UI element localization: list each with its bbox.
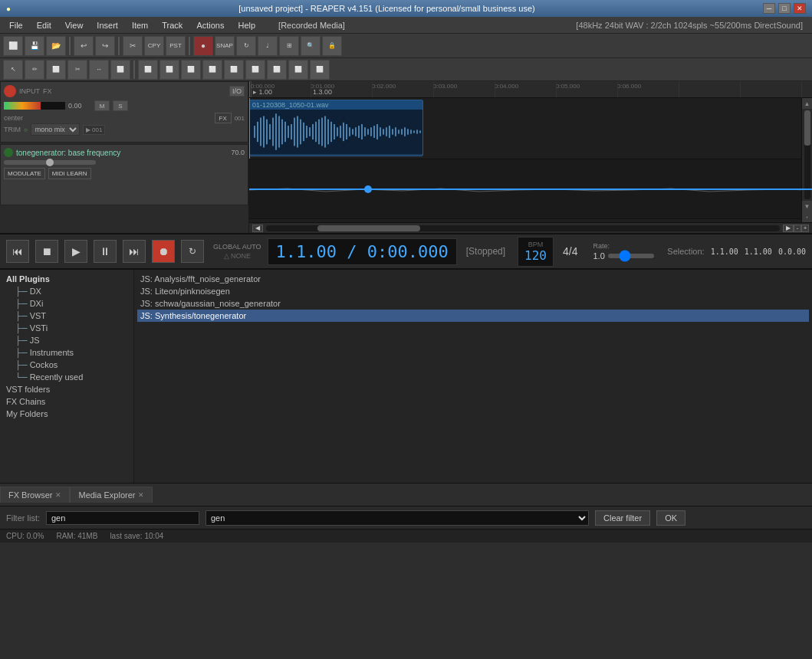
toolbar-btn-record-arm[interactable]: ● xyxy=(193,36,213,56)
toolbar-btn-undo[interactable]: ↩ xyxy=(74,36,94,56)
horizontal-scrollbar[interactable]: ◀ ▶ - + xyxy=(249,222,812,233)
track2-frequency-slider[interactable] xyxy=(4,160,96,165)
toolbar-btn-save[interactable]: 💾 xyxy=(25,36,44,56)
audio-clip-1[interactable]: 01-120308_1050-01.wav xyxy=(249,100,423,156)
toolbar2-btn-12[interactable]: ⬜ xyxy=(267,60,287,80)
transport-stop[interactable]: ⏹ xyxy=(35,240,58,263)
menu-actions[interactable]: Actions xyxy=(190,19,230,31)
toolbar-btn-open[interactable]: 📂 xyxy=(46,36,66,56)
menu-insert[interactable]: Insert xyxy=(90,19,124,31)
tab-media-explorer[interactable]: Media Explorer ✕ xyxy=(70,487,153,503)
vscroll-thumb[interactable] xyxy=(804,110,810,146)
maximize-button[interactable]: □ xyxy=(778,3,791,14)
toolbar2-btn-stretch[interactable]: ↔ xyxy=(89,60,109,80)
hscroll-left-button[interactable]: ◀ xyxy=(252,225,263,232)
toolbar-btn-snap[interactable]: SNAP xyxy=(215,36,235,56)
menu-file[interactable]: File xyxy=(3,19,29,31)
tab-fx-browser-close[interactable]: ✕ xyxy=(55,491,61,499)
vscroll-expand-button[interactable]: + xyxy=(802,211,813,222)
toolbar2-btn-6[interactable]: ⬜ xyxy=(138,60,158,80)
hscroll-thumb[interactable] xyxy=(317,225,420,231)
toolbar2-btn-cursor[interactable]: ↖ xyxy=(3,60,23,80)
vscroll-track[interactable] xyxy=(804,110,810,199)
hscroll-zoom-out[interactable]: - xyxy=(794,225,801,232)
menu-help[interactable]: Help xyxy=(232,19,261,31)
tab-fx-browser[interactable]: FX Browser ✕ xyxy=(0,487,70,503)
filter-input[interactable] xyxy=(46,511,199,525)
vertical-scrollbar[interactable]: ▲ ▼ + xyxy=(801,98,812,222)
toolbar2-btn-11[interactable]: ⬜ xyxy=(245,60,265,80)
toolbar-btn-zoom[interactable]: 🔍 xyxy=(301,36,321,56)
toolbar2-btn-eraser[interactable]: ⬜ xyxy=(46,60,66,80)
menu-item[interactable]: Item xyxy=(126,19,154,31)
vscroll-up-button[interactable]: ▲ xyxy=(802,98,813,109)
bpm-display[interactable]: BPM 120 xyxy=(518,237,554,267)
fx-item-tonegen[interactable]: JS: Synthesis/tonegenerator xyxy=(137,310,809,322)
track2-modulate-button[interactable]: MODULATE xyxy=(4,168,45,179)
tree-item-all-plugins[interactable]: All Plugins xyxy=(3,273,130,285)
track2-midi-learn-button[interactable]: MIDI LEARN xyxy=(48,168,91,179)
toolbar-btn-loop[interactable]: ↻ xyxy=(236,36,256,56)
transport-record[interactable]: ⏺ xyxy=(152,240,175,263)
toolbar2-btn-split[interactable]: ✂ xyxy=(67,60,87,80)
fx-item-pink[interactable]: JS: Liteon/pinknoisegen xyxy=(137,285,809,297)
tab-media-explorer-close[interactable]: ✕ xyxy=(138,491,144,499)
hscroll-track[interactable] xyxy=(266,225,780,231)
toolbar-btn-redo[interactable]: ↪ xyxy=(95,36,115,56)
track1-fx-chain-button[interactable]: FX xyxy=(215,113,232,123)
toolbar2-btn-8[interactable]: ⬜ xyxy=(181,60,201,80)
toolbar2-btn-13[interactable]: ⬜ xyxy=(288,60,308,80)
minimize-button[interactable]: ─ xyxy=(763,3,775,14)
menu-track[interactable]: Track xyxy=(156,19,189,31)
rate-slider[interactable] xyxy=(608,254,654,258)
track1-rec-settings[interactable]: ▶ 001 xyxy=(83,125,106,135)
tree-item-js[interactable]: ├─ JS xyxy=(3,334,130,346)
toolbar2-btn-14[interactable]: ⬜ xyxy=(310,60,330,80)
toolbar2-btn-7[interactable]: ⬜ xyxy=(159,60,179,80)
tree-item-instruments[interactable]: ├─ Instruments xyxy=(3,346,130,359)
filter-dropdown[interactable]: gen xyxy=(205,510,589,526)
toolbar2-btn-10[interactable]: ⬜ xyxy=(224,60,244,80)
toolbar-btn-metro[interactable]: ♩ xyxy=(258,36,278,56)
fx-item-gaussian[interactable]: JS: schwa/gaussian_noise_generator xyxy=(137,297,809,310)
transport-pause[interactable]: ⏸ xyxy=(94,240,117,263)
tree-item-cockos[interactable]: ├─ Cockos xyxy=(3,359,130,371)
track1-solo-button[interactable]: S xyxy=(113,100,128,111)
toolbar-btn-new[interactable]: ⬜ xyxy=(3,36,23,56)
tree-item-vsti[interactable]: ├─ VSTi xyxy=(3,322,130,334)
toolbar2-btn-pencil[interactable]: ✏ xyxy=(25,60,44,80)
close-button[interactable]: ✕ xyxy=(794,3,806,14)
toolbar2-btn-9[interactable]: ⬜ xyxy=(202,60,222,80)
filter-clear-button[interactable]: Clear filter xyxy=(595,510,650,526)
tree-item-dx[interactable]: ├─ DX xyxy=(3,285,130,297)
tree-item-recently-used[interactable]: └─ Recently used xyxy=(3,371,130,383)
tree-item-my-folders[interactable]: My Folders xyxy=(3,408,130,420)
track2-power-button[interactable] xyxy=(4,148,13,157)
transport-play[interactable]: ▶ xyxy=(64,240,87,263)
track1-record-button[interactable] xyxy=(4,85,16,97)
toolbar-btn-grid[interactable]: ⊞ xyxy=(279,36,299,56)
track1-mute-button[interactable]: M xyxy=(94,100,110,111)
tree-item-fx-chains[interactable]: FX Chains xyxy=(3,395,130,408)
toolbar-btn-copy[interactable]: CPY xyxy=(144,36,164,56)
filter-ok-button[interactable]: OK xyxy=(656,510,685,526)
menu-view[interactable]: View xyxy=(59,19,90,31)
menu-edit[interactable]: Edit xyxy=(31,19,58,31)
transport-skip-back[interactable]: ⏮ xyxy=(6,240,29,263)
vscroll-down-button[interactable]: ▼ xyxy=(802,201,813,211)
track1-io-button[interactable]: I/O xyxy=(229,86,245,97)
toolbar-btn-paste[interactable]: PST xyxy=(166,36,186,56)
toolbar-btn-cut[interactable]: ✂ xyxy=(123,36,143,56)
tree-item-vst-folders[interactable]: VST folders xyxy=(3,383,130,395)
fx-item-fft[interactable]: JS: Analysis/fft_noise_generator xyxy=(137,273,809,285)
tree-item-vst[interactable]: ├─ VST xyxy=(3,310,130,322)
tree-item-dxi[interactable]: ├─ DXi xyxy=(3,297,130,310)
hscroll-zoom-in[interactable]: + xyxy=(801,225,809,232)
hscroll-right-button[interactable]: ▶ xyxy=(783,225,794,232)
time-signature[interactable]: 4/4 xyxy=(560,242,580,261)
toolbar2-btn-5[interactable]: ⬜ xyxy=(110,60,130,80)
toolbar-btn-lock[interactable]: 🔒 xyxy=(322,36,342,56)
track1-mono-select[interactable]: mono mix stereo xyxy=(31,123,80,136)
transport-repeat[interactable]: ↻ xyxy=(181,240,204,263)
transport-skip-fwd[interactable]: ⏭ xyxy=(123,240,146,263)
